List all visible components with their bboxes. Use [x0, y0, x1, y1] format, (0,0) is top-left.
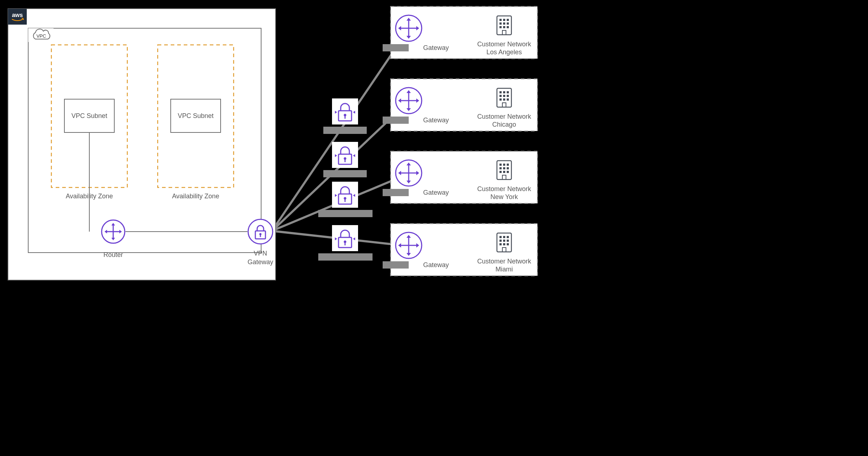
- customer-box-la: Gateway Customer Network Los Angeles: [383, 7, 537, 59]
- az-label-2: Availability Zone: [172, 193, 220, 200]
- customer-gateway-icon: [396, 15, 422, 41]
- vpn-gateway-label-1: VPN: [254, 250, 267, 257]
- customer-box-miami: Gateway Customer Network Miami: [383, 224, 537, 276]
- svg-rect-37: [323, 127, 367, 134]
- customer-label-la-2: Los Angeles: [486, 48, 522, 56]
- aws-cloud-container: aws: [8, 9, 276, 280]
- svg-rect-40: [318, 253, 373, 261]
- vpn-connection-2: [332, 142, 358, 168]
- svg-rect-48: [383, 261, 409, 269]
- vpn-connection-4: [332, 225, 358, 251]
- customer-box-chicago: Gateway Customer Network Chicago: [383, 79, 537, 131]
- cgw-label-chi: Gateway: [423, 117, 449, 124]
- customer-label-ny-1: Customer Network: [477, 185, 531, 193]
- vpc-cloud-label: VPC: [37, 33, 46, 39]
- cgw-label-ny: Gateway: [423, 189, 449, 196]
- customer-label-chi-2: Chicago: [492, 121, 516, 128]
- vpc-cloud-icon: VPC: [28, 28, 54, 42]
- svg-rect-44: [383, 117, 409, 124]
- svg-text:aws: aws: [12, 12, 23, 18]
- customer-label-la-1: Customer Network: [477, 41, 531, 48]
- cgw-label-la: Gateway: [423, 44, 449, 51]
- svg-point-15: [248, 219, 273, 244]
- vpn-connection-3: [332, 182, 358, 208]
- vpn-connection-1: [332, 98, 358, 124]
- customer-label-mia-1: Customer Network: [477, 258, 531, 265]
- subnet-label-2: VPC Subnet: [178, 112, 213, 119]
- customer-gateway-icon: [396, 160, 422, 186]
- customer-box-ny: Gateway Customer Network New York: [383, 151, 537, 203]
- svg-rect-38: [323, 170, 367, 177]
- svg-rect-39: [318, 210, 373, 217]
- architecture-diagram: aws VPC VPC Subnet Availability Zone VPC…: [0, 0, 542, 290]
- customer-gateway-icon: [396, 88, 422, 114]
- vpn-gateway-label-2: Gateway: [247, 258, 273, 266]
- customer-label-chi-1: Customer Network: [477, 113, 531, 120]
- subnet-label-1: VPC Subnet: [71, 112, 107, 119]
- customer-label-mia-2: Miami: [495, 266, 513, 273]
- customer-label-ny-2: New York: [490, 193, 518, 200]
- router-icon: [102, 220, 125, 243]
- svg-rect-42: [383, 44, 409, 51]
- svg-rect-46: [383, 189, 409, 196]
- svg-rect-4: [8, 9, 276, 280]
- vpn-gateway-icon: [248, 219, 273, 244]
- customer-gateway-icon: [396, 232, 422, 258]
- availability-zone-2: VPC Subnet Availability Zone: [158, 45, 234, 200]
- cgw-label-mia: Gateway: [423, 261, 449, 269]
- router-label: Router: [103, 251, 123, 258]
